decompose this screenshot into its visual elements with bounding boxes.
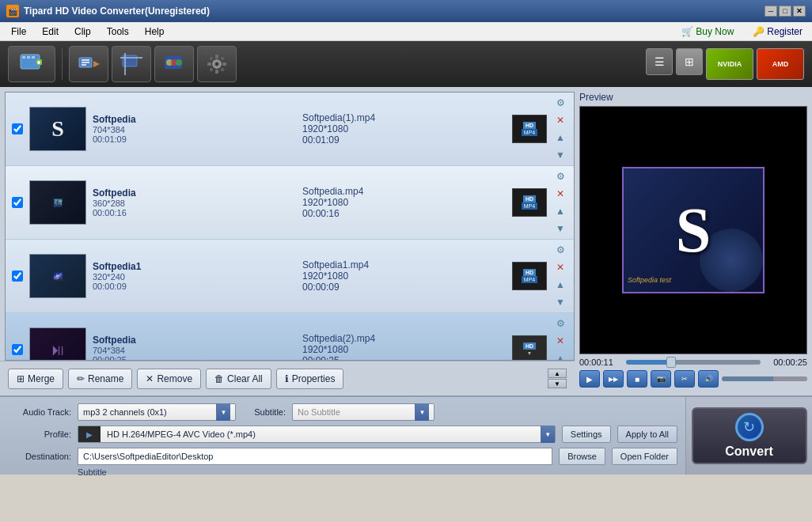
audio-track-select[interactable]: mp3 2 channels (0x1) ▼: [78, 403, 236, 421]
file-checkbox-2[interactable]: [12, 197, 23, 208]
output-time-2: 00:00:16: [302, 208, 506, 219]
snapshot-button[interactable]: 📷: [651, 370, 671, 388]
menu-help[interactable]: Help: [137, 25, 173, 39]
file-thumbnail-4: ⏯: [29, 327, 86, 361]
svg-point-20: [215, 62, 218, 66]
amd-button[interactable]: AMD: [757, 48, 804, 80]
browse-button[interactable]: Browse: [559, 448, 605, 465]
volume-button[interactable]: 🔊: [698, 370, 719, 388]
convert-icon: ↻: [735, 413, 764, 441]
properties-button[interactable]: ℹ Properties: [276, 369, 344, 389]
crop-button[interactable]: [112, 46, 151, 82]
merge-button[interactable]: ⊞ Merge: [8, 369, 63, 389]
file-up-button-3[interactable]: ▲: [553, 278, 567, 292]
restore-button[interactable]: □: [779, 6, 791, 17]
settings-row-1: Audio Track: mp3 2 channels (0x1) ▼ Subt…: [8, 403, 677, 421]
subtitle-select[interactable]: No Subtitle ▼: [292, 403, 434, 421]
clear-all-button[interactable]: 🗑 Clear All: [206, 369, 271, 389]
remove-label: Remove: [157, 373, 192, 384]
settings-toolbar-button[interactable]: [197, 46, 237, 82]
file-up-button-1[interactable]: ▲: [553, 130, 567, 145]
register-button[interactable]: 🔑 Register: [746, 25, 809, 39]
settings-row-2: Profile: ▶ HD H.264/MPEG-4 AVC Video (*.…: [8, 426, 677, 443]
close-button[interactable]: ✕: [793, 6, 806, 17]
table-row[interactable]: ⏯ Softpedia 704*384 00:00:25 Softpedia(2…: [6, 313, 574, 361]
move-up-button[interactable]: ▲: [548, 369, 567, 378]
play-button[interactable]: ▶: [579, 370, 600, 388]
preview-watermark: Softpedia test: [628, 276, 671, 284]
list-view-button[interactable]: ☰: [646, 48, 673, 75]
file-delete-button-4[interactable]: ✕: [553, 334, 567, 348]
file-up-button-4[interactable]: ▲: [553, 351, 567, 361]
fast-forward-button[interactable]: ▶▶: [603, 370, 624, 388]
buy-now-button[interactable]: 🛒 Buy Now: [675, 25, 740, 39]
file-dims-1: 704*384: [93, 125, 296, 134]
menu-file[interactable]: File: [3, 25, 34, 39]
destination-input[interactable]: [78, 448, 552, 465]
menu-edit[interactable]: Edit: [34, 25, 66, 39]
file-list-container: S Softpedia 704*384 00:01:09 Softpedia(1…: [0, 87, 575, 395]
buy-now-label: Buy Now: [696, 26, 734, 37]
file-delete-button-2[interactable]: ✕: [553, 187, 567, 201]
table-row[interactable]: S Softpedia 704*384 00:01:09 Softpedia(1…: [6, 93, 574, 166]
destination-label: Destination:: [8, 452, 71, 461]
minimize-button[interactable]: ─: [765, 6, 777, 17]
file-settings-button-2[interactable]: ⚙: [553, 169, 567, 183]
clip-button[interactable]: ✂: [674, 370, 695, 388]
audio-select-arrow[interactable]: ▼: [216, 403, 230, 421]
profile-select[interactable]: ▶ HD H.264/MPEG-4 AVC Video (*.mp4) ▼: [78, 426, 556, 443]
file-down-button-2[interactable]: ▼: [553, 221, 567, 236]
file-down-button-3[interactable]: ▼: [553, 295, 567, 309]
subtitle-hint: Subtitle: [78, 467, 107, 477]
file-time-4: 00:00:25: [93, 355, 296, 361]
convert-button[interactable]: ↻ Convert: [692, 407, 807, 464]
volume-slider[interactable]: [722, 376, 807, 381]
grid-view-button[interactable]: ⊞: [676, 48, 703, 75]
table-row[interactable]: 🌃 Softpedia 360*288 00:00:16 Softpedia.m…: [6, 166, 574, 240]
edit-button[interactable]: [69, 46, 108, 82]
file-settings-button-4[interactable]: ⚙: [553, 316, 567, 331]
menu-tools[interactable]: Tools: [99, 25, 137, 39]
file-checkbox-1[interactable]: [12, 123, 23, 134]
add-video-button[interactable]: [8, 46, 55, 82]
nvidia-button[interactable]: NVIDIA: [706, 48, 753, 80]
subtitle-label: Subtitle:: [242, 407, 286, 417]
key-icon: 🔑: [753, 26, 765, 37]
settings-button[interactable]: Settings: [562, 426, 611, 443]
file-settings-button-1[interactable]: ⚙: [553, 96, 567, 110]
remove-button[interactable]: ✕ Remove: [137, 369, 201, 389]
file-checkbox-3[interactable]: [12, 270, 23, 282]
apply-all-button[interactable]: Apply to All: [617, 426, 677, 443]
move-down-button[interactable]: ▼: [548, 379, 567, 388]
convert-area: ↻ Convert: [685, 397, 812, 475]
file-down-button-1[interactable]: ▼: [553, 148, 567, 162]
convert-arrow-icon: ↻: [743, 418, 755, 436]
file-actions-1: ⚙ ✕ ▲ ▼: [553, 96, 567, 162]
svg-rect-23: [207, 62, 211, 66]
file-settings-button-3[interactable]: ⚙: [553, 243, 567, 257]
preview-panel: Preview S Softpedia test 00:00:11 00:00:…: [575, 87, 812, 395]
seek-slider[interactable]: [626, 360, 761, 365]
file-checkbox-4[interactable]: [12, 344, 23, 355]
file-up-button-2[interactable]: ▲: [553, 204, 567, 218]
file-list[interactable]: S Softpedia 704*384 00:01:09 Softpedia(1…: [5, 92, 575, 361]
subtitle-value: No Subtitle: [298, 407, 412, 417]
rename-button[interactable]: ✏ Rename: [68, 369, 132, 389]
rename-label: Rename: [88, 373, 123, 384]
file-delete-button-1[interactable]: ✕: [553, 113, 567, 127]
svg-rect-1: [22, 56, 25, 59]
svg-rect-3: [32, 56, 35, 59]
menu-clip[interactable]: Clip: [66, 25, 99, 39]
profile-select-arrow[interactable]: ▼: [541, 426, 555, 443]
seek-thumb[interactable]: [666, 357, 676, 368]
cart-icon: 🛒: [681, 26, 693, 37]
stop-button[interactable]: ■: [627, 370, 647, 388]
file-delete-button-3[interactable]: ✕: [553, 260, 567, 274]
toolbar-separator-1: [62, 48, 63, 80]
open-folder-button[interactable]: Open Folder: [612, 448, 677, 465]
effect-button[interactable]: [154, 46, 194, 82]
subtitle-select-arrow[interactable]: ▼: [415, 403, 429, 421]
preview-letter: S: [676, 195, 711, 267]
convert-label: Convert: [725, 444, 772, 459]
table-row[interactable]: 🌌 Softpedia1 320*240 00:00:09 Softpedia1…: [6, 240, 574, 313]
